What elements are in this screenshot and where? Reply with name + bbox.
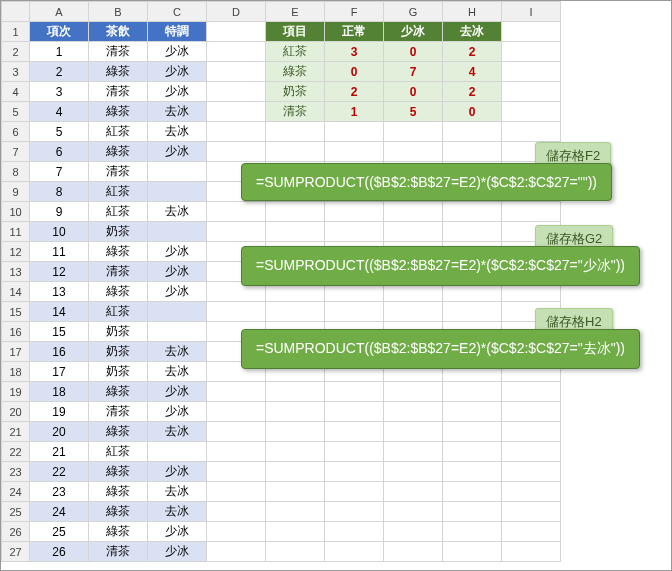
cell[interactable]	[443, 502, 502, 522]
cell[interactable]	[266, 422, 325, 442]
cell[interactable]: 去冰	[148, 122, 207, 142]
cell[interactable]	[384, 502, 443, 522]
cell[interactable]: 1	[325, 102, 384, 122]
cell[interactable]	[502, 542, 561, 562]
cell[interactable]: 綠茶	[89, 242, 148, 262]
row-header[interactable]: 27	[2, 542, 30, 562]
cell[interactable]	[207, 82, 266, 102]
cell[interactable]	[384, 422, 443, 442]
cell[interactable]: 10	[30, 222, 89, 242]
row-header[interactable]: 25	[2, 502, 30, 522]
cell[interactable]	[325, 202, 384, 222]
cell[interactable]: 0	[443, 102, 502, 122]
cell[interactable]: 奶茶	[89, 342, 148, 362]
cell[interactable]	[443, 482, 502, 502]
cell[interactable]	[325, 502, 384, 522]
cell[interactable]: 綠茶	[266, 62, 325, 82]
cell[interactable]: 少冰	[148, 142, 207, 162]
cell[interactable]	[266, 382, 325, 402]
cell[interactable]: 23	[30, 482, 89, 502]
cell[interactable]: 少冰	[384, 22, 443, 42]
cell[interactable]	[325, 142, 384, 162]
cell[interactable]	[207, 142, 266, 162]
cell[interactable]: 12	[30, 262, 89, 282]
cell[interactable]: 26	[30, 542, 89, 562]
cell[interactable]: 25	[30, 522, 89, 542]
cell[interactable]: 去冰	[148, 482, 207, 502]
cell[interactable]: 清茶	[89, 42, 148, 62]
cell[interactable]	[384, 542, 443, 562]
cell[interactable]: 奶茶	[89, 222, 148, 242]
cell[interactable]: 5	[384, 102, 443, 122]
cell[interactable]	[207, 442, 266, 462]
cell[interactable]: 少冰	[148, 542, 207, 562]
cell[interactable]: 紅茶	[89, 302, 148, 322]
col-d-header[interactable]: D	[207, 2, 266, 22]
cell[interactable]	[148, 222, 207, 242]
cell[interactable]: 紅茶	[89, 182, 148, 202]
cell[interactable]: 3	[325, 42, 384, 62]
cell[interactable]	[148, 302, 207, 322]
cell[interactable]	[325, 422, 384, 442]
cell[interactable]: 少冰	[148, 82, 207, 102]
cell[interactable]	[325, 442, 384, 462]
cell[interactable]	[502, 82, 561, 102]
cell[interactable]: 24	[30, 502, 89, 522]
cell[interactable]	[502, 462, 561, 482]
cell[interactable]	[443, 402, 502, 422]
cell[interactable]	[384, 382, 443, 402]
cell[interactable]	[207, 62, 266, 82]
cell[interactable]: 7	[30, 162, 89, 182]
cell[interactable]	[384, 402, 443, 422]
cell[interactable]	[207, 482, 266, 502]
cell[interactable]	[266, 522, 325, 542]
row-header[interactable]: 12	[2, 242, 30, 262]
cell[interactable]: 少冰	[148, 382, 207, 402]
cell[interactable]: 少冰	[148, 62, 207, 82]
cell[interactable]: 紅茶	[89, 202, 148, 222]
cell[interactable]: 綠茶	[89, 282, 148, 302]
col-i-header[interactable]: I	[502, 2, 561, 22]
cell[interactable]	[207, 462, 266, 482]
cell[interactable]: 紅茶	[89, 442, 148, 462]
cell[interactable]: 3	[30, 82, 89, 102]
cell[interactable]: 4	[30, 102, 89, 122]
row-header[interactable]: 15	[2, 302, 30, 322]
cell[interactable]: 去冰	[148, 342, 207, 362]
cell[interactable]	[266, 222, 325, 242]
cell[interactable]: 0	[325, 62, 384, 82]
cell[interactable]: 去冰	[148, 102, 207, 122]
row-header[interactable]: 10	[2, 202, 30, 222]
cell[interactable]: 綠茶	[89, 482, 148, 502]
cell[interactable]: 22	[30, 462, 89, 482]
cell[interactable]: 18	[30, 382, 89, 402]
cell[interactable]	[384, 122, 443, 142]
cell[interactable]	[207, 122, 266, 142]
cell[interactable]: 綠茶	[89, 462, 148, 482]
cell[interactable]: 6	[30, 142, 89, 162]
cell[interactable]	[502, 402, 561, 422]
cell[interactable]	[502, 202, 561, 222]
cell[interactable]	[384, 462, 443, 482]
cell[interactable]	[502, 442, 561, 462]
cell[interactable]	[207, 402, 266, 422]
cell[interactable]	[266, 402, 325, 422]
cell[interactable]	[266, 302, 325, 322]
cell[interactable]: 綠茶	[89, 422, 148, 442]
cell[interactable]	[207, 42, 266, 62]
row-header[interactable]: 13	[2, 262, 30, 282]
cell[interactable]	[325, 122, 384, 142]
cell[interactable]: 7	[384, 62, 443, 82]
cell[interactable]: 少冰	[148, 242, 207, 262]
cell[interactable]	[502, 102, 561, 122]
cell[interactable]	[266, 482, 325, 502]
cell[interactable]	[325, 302, 384, 322]
cell[interactable]: 清茶	[266, 102, 325, 122]
cell[interactable]: 20	[30, 422, 89, 442]
cell[interactable]	[148, 182, 207, 202]
cell[interactable]	[502, 382, 561, 402]
cell[interactable]: 清茶	[89, 402, 148, 422]
cell[interactable]	[207, 542, 266, 562]
cell[interactable]	[384, 142, 443, 162]
cell[interactable]	[148, 322, 207, 342]
